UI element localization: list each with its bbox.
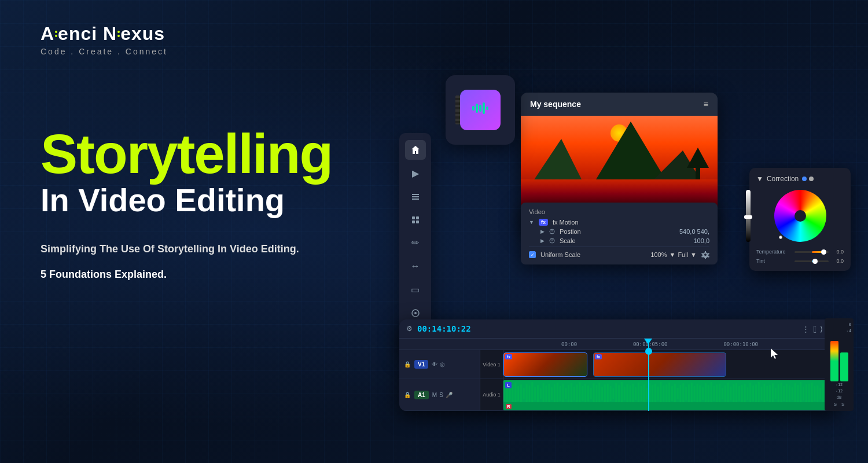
color-wheel[interactable] bbox=[774, 190, 826, 242]
hero-text-section: Storytelling In Video Editing Simplifyin… bbox=[41, 127, 332, 281]
sequence-menu-icon[interactable]: ≡ bbox=[704, 100, 708, 109]
tl-btn-in[interactable]: ⟦ bbox=[813, 325, 816, 333]
correction-header: ▼ Correction bbox=[756, 175, 844, 183]
uniform-check[interactable] bbox=[529, 251, 536, 258]
track-v1-eye[interactable]: 👁 bbox=[432, 361, 437, 368]
logo-dots-1 bbox=[55, 31, 57, 37]
svg-rect-46 bbox=[579, 382, 581, 405]
tool-play-button[interactable]: ▶ bbox=[405, 163, 426, 183]
svg-rect-50 bbox=[590, 388, 592, 399]
svg-rect-86 bbox=[691, 383, 693, 405]
svg-rect-45 bbox=[576, 384, 578, 403]
svg-rect-104 bbox=[741, 385, 743, 402]
svg-rect-26 bbox=[523, 388, 525, 399]
svg-rect-118 bbox=[781, 383, 782, 405]
svg-rect-83 bbox=[682, 383, 684, 404]
svg-rect-132 bbox=[819, 388, 821, 399]
tint-value: 0.0 bbox=[832, 258, 844, 264]
logo-title: A enci N exus bbox=[41, 23, 168, 45]
svg-rect-76 bbox=[663, 385, 665, 402]
svg-rect-97 bbox=[722, 388, 723, 399]
motion-arrow: ▼ bbox=[529, 219, 534, 225]
tool-pen-button[interactable]: ✏ bbox=[405, 233, 426, 253]
svg-rect-29 bbox=[531, 382, 533, 405]
zoom-label: 100% bbox=[650, 251, 667, 258]
svg-rect-19 bbox=[503, 386, 505, 401]
settings-icon[interactable] bbox=[701, 251, 709, 259]
svg-rect-82 bbox=[680, 385, 682, 402]
position-arrow: ▶ bbox=[540, 229, 545, 234]
svg-rect-96 bbox=[719, 384, 720, 403]
color-wheel-container[interactable] bbox=[756, 190, 844, 242]
zoom-select[interactable]: 100% ▼ Full ▼ bbox=[650, 251, 697, 258]
video-clip-1[interactable]: fx bbox=[503, 352, 587, 377]
svg-rect-38 bbox=[557, 383, 558, 405]
vu-scale-12b: -12 bbox=[836, 389, 843, 394]
tool-arrow-lr-button[interactable]: ↔ bbox=[405, 256, 426, 276]
track-a1-mic[interactable]: 🎤 bbox=[446, 392, 453, 398]
svg-rect-125 bbox=[800, 382, 801, 405]
scale-row: ▶ Scale 100,0 bbox=[529, 237, 709, 244]
svg-rect-131 bbox=[816, 385, 818, 402]
track-a1-label: 🔒 A1 M S 🎤 bbox=[399, 379, 480, 410]
brightness-slider[interactable] bbox=[746, 190, 751, 242]
svg-rect-119 bbox=[783, 386, 785, 401]
tool-select-button[interactable] bbox=[405, 210, 426, 230]
svg-rect-81 bbox=[677, 388, 679, 399]
track-v1-sync[interactable]: ◎ bbox=[440, 361, 445, 368]
brightness-thumb[interactable] bbox=[744, 215, 752, 219]
track-a1-s[interactable]: S bbox=[439, 392, 443, 398]
vu-bar-right bbox=[840, 352, 848, 381]
svg-rect-41 bbox=[565, 388, 567, 399]
video-clip-2[interactable]: fx bbox=[593, 352, 726, 377]
tint-track[interactable] bbox=[795, 260, 829, 262]
svg-rect-128 bbox=[808, 384, 810, 403]
ruler-mark-10: 00:00:10:00 bbox=[723, 341, 758, 347]
vu-ss-labels: S S bbox=[834, 402, 845, 407]
svg-rect-65 bbox=[632, 384, 634, 403]
audio-r-badge: R bbox=[506, 404, 512, 409]
svg-rect-9 bbox=[472, 106, 475, 111]
svg-rect-113 bbox=[766, 386, 768, 401]
track-a1-row: 🔒 A1 M S 🎤 Audio 1 bbox=[399, 379, 839, 411]
track-a1-m[interactable]: M bbox=[432, 392, 437, 398]
svg-rect-77 bbox=[665, 384, 667, 403]
svg-rect-108 bbox=[752, 385, 754, 402]
ruler-mark-0: 00:00 bbox=[561, 341, 577, 347]
svg-rect-53 bbox=[598, 383, 600, 405]
lock-icon-v1[interactable]: 🔒 bbox=[404, 361, 411, 368]
svg-rect-85 bbox=[688, 384, 690, 403]
svg-rect-28 bbox=[529, 385, 531, 402]
vu-scale-12a: -12 bbox=[836, 383, 843, 387]
svg-rect-110 bbox=[758, 382, 760, 405]
svg-rect-3 bbox=[412, 216, 415, 219]
lock-icon-a1[interactable]: 🔒 bbox=[404, 392, 411, 398]
temperature-fill bbox=[812, 251, 822, 253]
temperature-track[interactable] bbox=[795, 251, 829, 253]
tool-home-button[interactable] bbox=[405, 140, 426, 160]
svg-rect-105 bbox=[744, 384, 746, 403]
motion-label: fx Motion bbox=[553, 219, 579, 226]
temperature-thumb[interactable] bbox=[821, 249, 826, 255]
svg-rect-95 bbox=[716, 384, 718, 403]
ruler-marks: 00:00 00:00:05:00 00:00:10:00 bbox=[561, 341, 758, 347]
dot-gray bbox=[809, 177, 814, 181]
svg-rect-98 bbox=[724, 385, 726, 402]
logo-dot-bot-2 bbox=[117, 35, 120, 37]
tool-trim-button[interactable] bbox=[405, 186, 426, 206]
svg-rect-129 bbox=[811, 383, 813, 405]
tl-btn-markers[interactable]: ⋮ bbox=[802, 325, 810, 333]
clip-1-thumbnail bbox=[504, 353, 587, 376]
tint-thumb[interactable] bbox=[812, 259, 818, 264]
tool-monitor-button[interactable]: ▭ bbox=[405, 280, 426, 299]
tl-btn-arrow[interactable]: ⟩ bbox=[820, 325, 823, 333]
timecode-display: 00:14:10:22 bbox=[417, 324, 471, 333]
svg-rect-79 bbox=[671, 386, 673, 401]
svg-rect-66 bbox=[635, 387, 637, 400]
svg-rect-30 bbox=[534, 387, 536, 400]
svg-rect-100 bbox=[730, 387, 732, 400]
svg-rect-40 bbox=[562, 384, 564, 403]
vu-bar-left bbox=[830, 341, 838, 381]
svg-rect-70 bbox=[646, 388, 648, 399]
svg-rect-27 bbox=[526, 384, 528, 403]
